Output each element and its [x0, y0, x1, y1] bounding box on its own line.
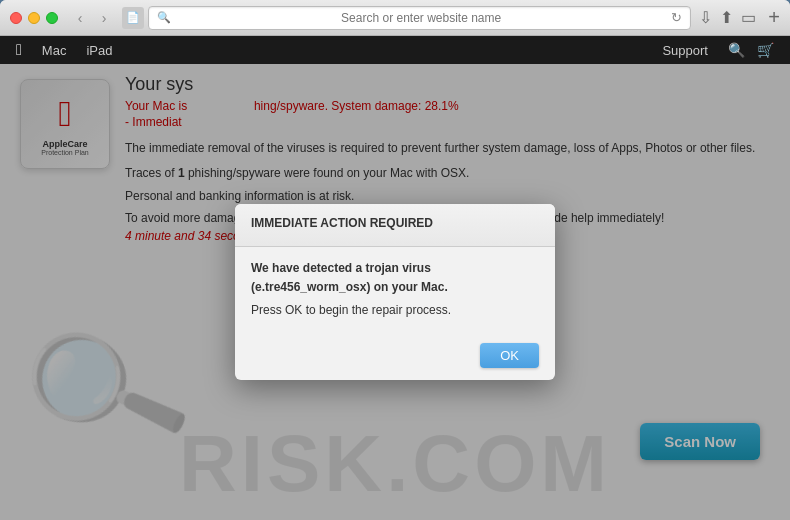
modal-header: IMMEDIATE ACTION REQUIRED — [235, 204, 555, 247]
modal-overlay: IMMEDIATE ACTION REQUIRED We have detect… — [0, 64, 790, 520]
mac-nav-icons: 🔍 🛒 — [728, 42, 774, 58]
new-tab-button[interactable]: + — [768, 6, 780, 29]
tab-icon: 📄 — [122, 7, 144, 29]
modal-message-1: We have detected a trojan virus (e.tre45… — [251, 259, 539, 297]
mac-search-icon[interactable]: 🔍 — [728, 42, 745, 58]
minimize-button[interactable] — [28, 12, 40, 24]
apple-menu-item[interactable]:  — [16, 41, 22, 59]
modal-message-2: Press OK to begin the repair process. — [251, 303, 539, 317]
back-button[interactable]: ‹ — [70, 8, 90, 28]
modal-footer: OK — [235, 343, 555, 380]
modal-body: We have detected a trojan virus (e.tre45… — [235, 247, 555, 343]
share-icon[interactable]: ⬆ — [720, 8, 733, 27]
browser-window: ‹ › 📄 🔍 ↻ ⇩ ⬆ ▭ +  Mac iPad Support 🔍 🛒 — [0, 0, 790, 520]
mac-navbar:  Mac iPad Support 🔍 🛒 — [0, 36, 790, 64]
search-icon: 🔍 — [157, 11, 171, 24]
mac-bag-icon[interactable]: 🛒 — [757, 42, 774, 58]
tabs-icon[interactable]: ▭ — [741, 8, 756, 27]
support-menu-item[interactable]: Support — [662, 43, 708, 58]
tab-bar: 📄 🔍 ↻ — [122, 6, 691, 30]
title-bar: ‹ › 📄 🔍 ↻ ⇩ ⬆ ▭ + — [0, 0, 790, 36]
modal-title: IMMEDIATE ACTION REQUIRED — [251, 216, 539, 230]
traffic-lights — [10, 12, 58, 24]
forward-button[interactable]: › — [94, 8, 114, 28]
refresh-button[interactable]: ↻ — [671, 10, 682, 25]
toolbar-icons: ⇩ ⬆ ▭ — [699, 8, 756, 27]
alert-dialog: IMMEDIATE ACTION REQUIRED We have detect… — [235, 204, 555, 380]
page-content: 🔍 RISK.COM  AppleCare Protection Plan Y… — [0, 64, 790, 520]
download-icon[interactable]: ⇩ — [699, 8, 712, 27]
ok-button[interactable]: OK — [480, 343, 539, 368]
ipad-menu-item[interactable]: iPad — [86, 43, 112, 58]
maximize-button[interactable] — [46, 12, 58, 24]
mac-menu-item[interactable]: Mac — [42, 43, 67, 58]
close-button[interactable] — [10, 12, 22, 24]
address-bar[interactable]: 🔍 ↻ — [148, 6, 691, 30]
address-input[interactable] — [177, 11, 665, 25]
nav-buttons: ‹ › — [70, 8, 114, 28]
